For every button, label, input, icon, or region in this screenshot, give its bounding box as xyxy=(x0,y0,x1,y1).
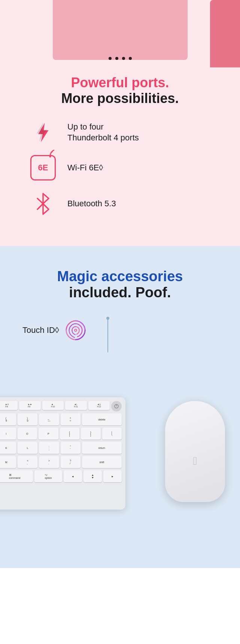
accessories-headline: Magic accessories included. Poof. xyxy=(0,268,240,319)
key-right: ► xyxy=(103,470,122,482)
key-command: ⌘command xyxy=(0,470,33,482)
key-k: K xyxy=(0,442,16,454)
ports-dots xyxy=(109,57,132,60)
accessories-headline-dark: included. Poof. xyxy=(11,285,229,301)
touch-id-label: Touch ID◊ xyxy=(22,325,59,335)
key-shift-r: shift xyxy=(82,456,122,468)
imac-side xyxy=(210,0,240,67)
key-equals: += xyxy=(61,413,80,425)
bluetooth-feature: Bluetooth 5.3 xyxy=(30,192,221,216)
key-slash: ?/ xyxy=(61,456,80,468)
key-minus: _— xyxy=(39,413,59,425)
wifi-waves-icon xyxy=(45,149,55,158)
key-return: return xyxy=(82,442,122,454)
touch-id-row: Touch ID◊ xyxy=(0,319,240,341)
keyboard-mock: ►IIF8 ►► F9 ◄F10 ◄)F11 ◄))F12 (9 )0 _— +… xyxy=(0,397,125,510)
thunderbolt-label: Up to fourThunderbolt 4 ports xyxy=(67,122,139,143)
thunderbolt-feature: Up to fourThunderbolt 4 ports xyxy=(30,121,221,144)
key-f9: ►► F9 xyxy=(19,401,40,410)
bluetooth-icon-container xyxy=(30,192,56,216)
accessories-section: Magic accessories included. Poof. Touch … xyxy=(0,246,240,568)
feature-list: Up to fourThunderbolt 4 ports 6E xyxy=(19,121,221,216)
accessories-headline-blue: Magic accessories xyxy=(11,268,229,285)
ports-headline-pink: Powerful ports. xyxy=(19,75,221,91)
key-row-m: M <, >. ?/ shift xyxy=(0,456,122,468)
key-updown: ▲▼ xyxy=(83,470,102,482)
port-dot-3 xyxy=(122,57,125,60)
port-dot-4 xyxy=(129,57,132,60)
imac-screen xyxy=(53,0,188,60)
key-p: P xyxy=(39,428,58,440)
port-dot-1 xyxy=(109,57,112,60)
key-left: ◄ xyxy=(64,470,82,482)
key-semicolon: :; xyxy=(39,442,59,454)
port-dot-2 xyxy=(115,57,118,60)
key-f10: ◄F10 xyxy=(42,401,64,410)
key-f12: ◄))F12 xyxy=(88,401,110,410)
magic-mouse-mock:  xyxy=(165,401,225,502)
key-i: I xyxy=(0,428,16,440)
key-period: >. xyxy=(39,456,59,468)
key-row-kl: K L :; "' return xyxy=(0,442,122,454)
svg-point-0 xyxy=(49,156,51,158)
key-o: O xyxy=(18,428,37,440)
ports-section: Powerful ports. More possibilities. Up t… xyxy=(0,0,240,246)
bluetooth-label: Bluetooth 5.3 xyxy=(67,198,116,209)
key-m: M xyxy=(0,456,16,468)
connector-area xyxy=(0,349,240,386)
key-option: ⌥option xyxy=(34,470,62,482)
keyboard-mouse-area: ►IIF8 ►► F9 ◄F10 ◄)F11 ◄))F12 (9 )0 _— +… xyxy=(0,382,240,510)
key-9: (9 xyxy=(0,413,16,425)
apple-logo-mouse:  xyxy=(193,455,197,467)
wifi-feature: 6E Wi-Fi 6E◊ xyxy=(30,155,221,180)
ports-headline: Powerful ports. More possibilities. xyxy=(19,75,221,106)
key-lbracket: {[ xyxy=(60,428,80,440)
key-comma: <, xyxy=(18,456,37,468)
key-f8: ►IIF8 xyxy=(0,401,18,410)
ports-content: Powerful ports. More possibilities. Up t… xyxy=(0,67,240,224)
imac-image xyxy=(0,0,240,67)
key-row-numbers: (9 )0 _— += delete xyxy=(0,413,122,425)
wifi-label: Wi-Fi 6E◊ xyxy=(67,162,103,173)
power-key xyxy=(111,401,122,411)
wifi6e-icon-container: 6E xyxy=(30,155,56,180)
wifi6e-box: 6E xyxy=(30,155,56,180)
keyboard-rows: (9 )0 _— += delete I O P {[ }] |\ K xyxy=(0,413,122,482)
thunderbolt-icon xyxy=(34,121,52,144)
bluetooth-icon xyxy=(34,192,52,216)
thunderbolt-icon-container xyxy=(30,121,56,144)
fingerprint-icon xyxy=(65,319,86,341)
key-rbracket: }] xyxy=(81,428,101,440)
wifi6e-text: 6E xyxy=(38,163,48,173)
key-row-iop: I O P {[ }] |\ xyxy=(0,428,122,440)
key-quote: "' xyxy=(61,442,80,454)
ports-headline-dark: More possibilities. xyxy=(19,91,221,106)
key-delete: delete xyxy=(82,413,122,425)
key-0: )0 xyxy=(18,413,37,425)
key-row-bottom: ⌘command ⌥option ◄ ▲▼ ► xyxy=(0,470,122,482)
key-backslash: |\ xyxy=(102,428,122,440)
key-l: L xyxy=(18,442,37,454)
fn-row: ►IIF8 ►► F9 ◄F10 ◄)F11 ◄))F12 xyxy=(0,401,122,411)
key-f11: ◄)F11 xyxy=(65,401,86,410)
